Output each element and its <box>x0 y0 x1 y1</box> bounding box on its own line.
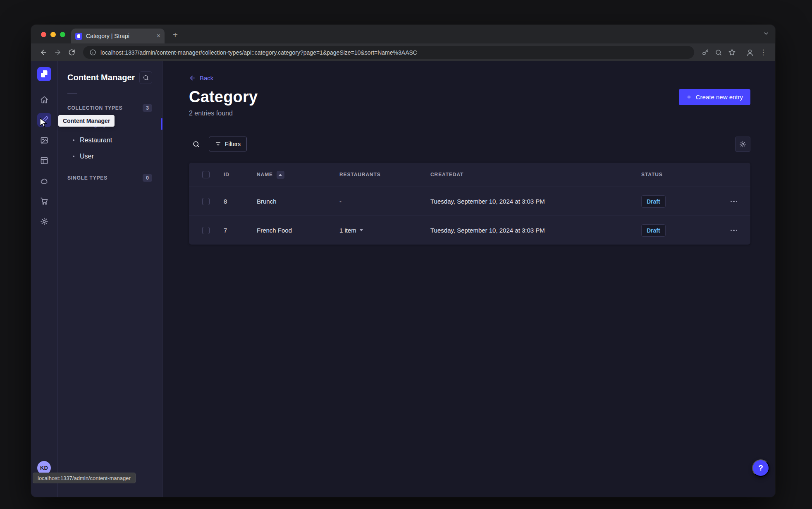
view-settings-button[interactable] <box>735 137 750 152</box>
page-title: Category <box>189 88 258 106</box>
single-types-count-badge: 0 <box>143 174 152 182</box>
gear-icon <box>739 141 746 148</box>
zoom-icon[interactable] <box>712 46 725 59</box>
status-badge: Draft <box>641 224 666 237</box>
close-tab-icon[interactable] <box>157 33 160 39</box>
url-bar[interactable]: localhost:1337/admin/content-manager/col… <box>83 46 694 59</box>
sidebar-item-label: Restaurant <box>80 137 112 144</box>
entries-table: ID NAME RESTAURANTS CREATEDAT STATUS 8 B… <box>189 163 750 245</box>
browser-toolbar: localhost:1337/admin/content-manager/col… <box>31 43 775 61</box>
column-header-restaurants[interactable]: RESTAURANTS <box>339 172 430 178</box>
row-checkbox[interactable] <box>202 227 210 234</box>
browser-menu-icon[interactable] <box>757 46 769 59</box>
window-controls <box>41 32 65 37</box>
content-type-builder-icon[interactable] <box>37 154 51 168</box>
filters-label: Filters <box>225 141 241 147</box>
new-tab-button[interactable] <box>170 29 181 41</box>
filters-button[interactable]: Filters <box>209 137 247 151</box>
column-header-createdat[interactable]: CREATEDAT <box>430 172 641 178</box>
close-window-button[interactable] <box>41 32 46 37</box>
back-label: Back <box>200 74 213 82</box>
status-badge: Draft <box>641 195 666 208</box>
create-button-label: Create new entry <box>696 94 743 101</box>
cell-id: 7 <box>224 227 257 234</box>
main-content: Back Category 2 entries found Create new… <box>162 61 775 497</box>
cell-name: Brunch <box>257 198 339 205</box>
cell-restaurants: - <box>339 198 430 205</box>
profile-icon[interactable] <box>744 46 756 59</box>
browser-tab[interactable]: Category | Strapi <box>71 29 165 43</box>
settings-gear-icon[interactable] <box>37 214 51 228</box>
media-library-icon[interactable] <box>37 133 51 147</box>
select-all-checkbox[interactable] <box>202 171 210 178</box>
marketplace-cart-icon[interactable] <box>37 194 51 208</box>
url-text[interactable]: localhost:1337/admin/content-manager/col… <box>100 49 688 56</box>
table-row[interactable]: 8 Brunch - Tuesday, September 10, 2024 a… <box>189 187 750 216</box>
plus-icon <box>686 94 692 100</box>
collection-types-count-badge: 3 <box>143 104 152 112</box>
cell-createdat: Tuesday, September 10, 2024 at 3:03 PM <box>430 227 641 234</box>
bookmark-star-icon[interactable] <box>726 46 738 59</box>
cell-id: 8 <box>224 198 257 205</box>
forward-button[interactable] <box>51 46 64 59</box>
sidebar-item-restaurant[interactable]: Restaurant <box>57 132 162 148</box>
strapi-app: KD Content Manager COLLECTION TYPES 3 Ca… <box>31 61 775 497</box>
row-checkbox[interactable] <box>202 198 210 205</box>
sidebar-item-user[interactable]: User <box>57 148 162 164</box>
password-key-icon[interactable] <box>699 46 712 59</box>
sidebar-search-button[interactable] <box>139 71 152 84</box>
column-header-status[interactable]: STATUS <box>641 172 707 178</box>
back-link[interactable]: Back <box>189 74 213 82</box>
home-icon[interactable] <box>37 93 51 107</box>
deploy-cloud-icon[interactable] <box>37 174 51 188</box>
collection-types-label: COLLECTION TYPES <box>67 105 122 111</box>
page-info-icon[interactable] <box>89 46 96 59</box>
table-header-row: ID NAME RESTAURANTS CREATEDAT STATUS <box>189 163 750 187</box>
filter-icon <box>215 141 221 147</box>
tab-search-chevron-icon[interactable] <box>763 30 769 37</box>
back-button[interactable] <box>37 46 50 59</box>
row-actions-menu[interactable] <box>731 201 741 202</box>
single-types-label: SINGLE TYPES <box>67 175 107 181</box>
minimize-window-button[interactable] <box>50 32 56 37</box>
sidebar-title: Content Manager <box>67 73 135 82</box>
arrow-left-icon <box>189 74 196 82</box>
caret-up-icon <box>279 174 282 176</box>
sidebar-divider <box>67 93 77 94</box>
mouse-cursor <box>39 118 48 127</box>
column-header-name[interactable]: NAME <box>257 171 339 179</box>
tab-title: Category | Strapi <box>86 33 153 39</box>
cell-createdat: Tuesday, September 10, 2024 at 3:03 PM <box>430 198 641 205</box>
strapi-favicon-icon <box>75 33 82 40</box>
strapi-logo[interactable] <box>37 67 51 81</box>
table-row[interactable]: 7 French Food 1 item Tuesday, September … <box>189 216 750 245</box>
fullscreen-window-button[interactable] <box>60 32 65 37</box>
sort-ascending-button[interactable] <box>277 171 284 179</box>
reload-button[interactable] <box>65 46 78 59</box>
bullet-icon <box>73 139 74 141</box>
collection-types-section: COLLECTION TYPES 3 <box>57 100 162 116</box>
cell-name: French Food <box>257 227 339 234</box>
name-header-label: NAME <box>257 172 273 178</box>
entries-count: 2 entries found <box>189 110 258 117</box>
bullet-icon <box>73 156 74 157</box>
search-button[interactable] <box>189 137 203 151</box>
nav-tooltip: Content Manager <box>58 115 115 127</box>
single-types-section: SINGLE TYPES 0 <box>57 170 162 186</box>
browser-window: Category | Strapi localhost:1337/admin/c… <box>31 25 775 497</box>
chevron-down-icon <box>360 229 363 231</box>
tab-strip: Category | Strapi <box>31 25 775 43</box>
restaurants-count-label: 1 item <box>339 227 356 234</box>
status-link-preview: localhost:1337/admin/content-manager <box>33 473 136 483</box>
create-new-entry-button[interactable]: Create new entry <box>679 89 750 105</box>
cell-restaurants[interactable]: 1 item <box>339 227 430 234</box>
column-header-id[interactable]: ID <box>224 172 257 178</box>
help-button[interactable]: ? <box>752 459 769 477</box>
sidebar-item-label: User <box>80 153 94 160</box>
row-actions-menu[interactable] <box>731 230 741 231</box>
